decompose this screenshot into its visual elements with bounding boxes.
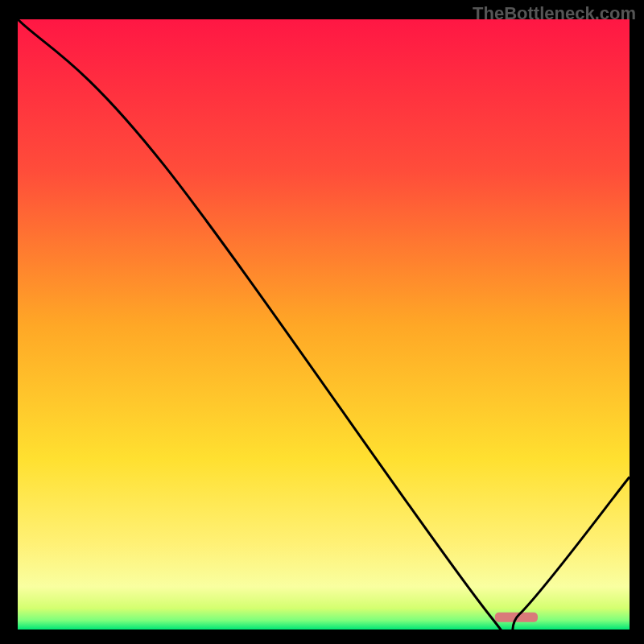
gradient-background (18, 19, 630, 630)
watermark-text: TheBottleneck.com (473, 3, 636, 24)
chart-frame (18, 19, 630, 630)
bottleneck-chart (18, 19, 630, 630)
